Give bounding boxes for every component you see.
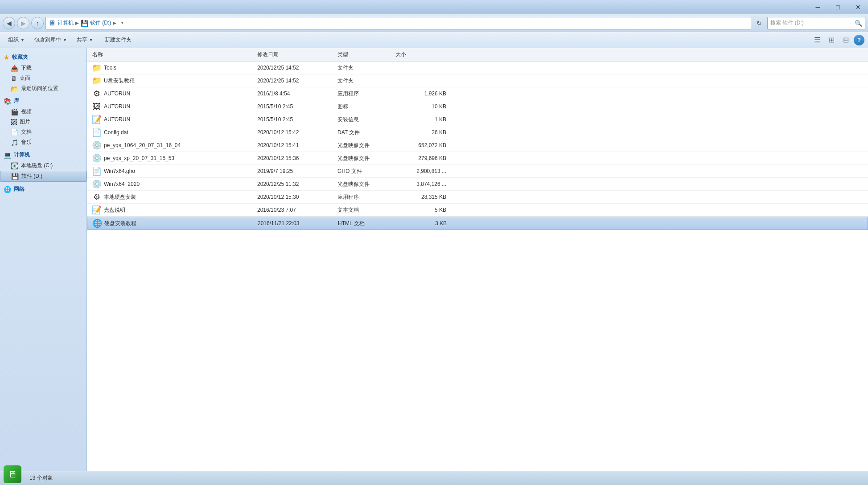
table-row[interactable]: 💿 pe_yqs_xp_20_07_31_15_53 2020/10/12 15… [87,152,868,165]
file-list: 📁 Tools 2020/12/25 14:52 文件夹 📁 U盘安装教程 20… [87,62,868,230]
toolbar-right: ☰ ⊞ ⊟ ? [811,34,864,46]
downloads-icon: 📥 [11,65,18,72]
share-button[interactable]: 共享 ▼ [72,34,98,46]
sidebar-favorites-header[interactable]: ★ 收藏夹 [0,52,86,63]
organize-label: 组织 [8,36,19,44]
file-type-cell: 安装信息 [334,114,392,125]
file-type: 光盘映像文件 [337,155,370,162]
file-name-cell: 📝 光盘说明 [89,204,254,216]
file-size: 3 KB [435,220,447,226]
layout-button[interactable]: ⊞ [825,34,838,46]
back-button[interactable]: ◀ [3,17,15,29]
sidebar-computer-header[interactable]: 💻 计算机 [0,149,86,160]
file-modified: 2016/1/8 4:54 [257,90,290,97]
file-size-cell: 3,874,126 ... [392,179,450,189]
sidebar-item-desktop[interactable]: 🖥 桌面 [0,73,86,83]
table-row[interactable]: 💿 Win7x64_2020 2020/12/25 11:32 光盘映像文件 3… [87,178,868,191]
file-modified: 2020/10/12 15:41 [257,142,299,148]
col-name[interactable]: 名称 [89,48,254,61]
breadcrumb-sep-2: ▶ [113,21,116,25]
breadcrumb-dropdown[interactable]: ▼ [118,19,126,27]
table-row[interactable]: ⚙ AUTORUN 2016/1/8 4:54 应用程序 1,926 KB [87,87,868,100]
breadcrumb-software-d[interactable]: 软件 (D:) [90,19,111,27]
software-drive-icon: 💾 [81,20,88,27]
file-type-icon: 📝 [92,115,101,124]
file-modified-cell: 2020/12/25 11:32 [254,179,334,189]
include-dropdown-icon: ▼ [63,38,67,42]
recent-icon: 📂 [11,85,18,92]
layout-extra-button[interactable]: ⊟ [839,34,852,46]
sidebar-item-software-d[interactable]: 💾 软件 (D:) [0,171,86,182]
file-size: 28,315 KB [421,194,446,200]
file-type: DAT 文件 [337,129,360,136]
sidebar-item-pictures[interactable]: 🖼 图片 [0,117,86,127]
share-dropdown-icon: ▼ [89,38,93,42]
file-type-icon: ⚙ [92,193,101,201]
sidebar-library-header[interactable]: 📚 库 [0,95,86,107]
file-type-cell: 应用程序 [334,192,392,203]
file-modified-cell: 2016/1/8 4:54 [254,89,334,99]
table-row[interactable]: 📁 Tools 2020/12/25 14:52 文件夹 [87,62,868,74]
table-row[interactable]: 📄 Win7x64.gho 2019/9/7 19:25 GHO 文件 2,90… [87,165,868,178]
search-placeholder: 搜索 软件 (D:) [770,19,855,27]
sidebar: ★ 收藏夹 📥 下载 🖥 桌面 📂 最近访问的位置 📚 库 [0,48,87,471]
help-button[interactable]: ? [854,35,864,45]
sidebar-section-network: 🌐 网络 [0,184,86,195]
organize-button[interactable]: 组织 ▼ [4,34,29,46]
file-name: AUTORUN [104,116,130,123]
maximize-button[interactable]: □ [828,0,848,14]
file-name-cell: ⚙ AUTORUN [89,87,254,100]
sidebar-network-header[interactable]: 🌐 网络 [0,184,86,195]
sidebar-item-recent[interactable]: 📂 最近访问的位置 [0,83,86,94]
sidebar-item-downloads[interactable]: 📥 下载 [0,63,86,73]
sidebar-item-video[interactable]: 🎬 视频 [0,107,86,117]
pictures-label: 图片 [20,118,30,126]
table-row[interactable]: 📝 AUTORUN 2015/5/10 2:45 安装信息 1 KB [87,113,868,126]
favorites-label: 收藏夹 [12,53,28,61]
up-button[interactable]: ↑ [31,17,44,29]
table-row[interactable]: 📁 U盘安装教程 2020/12/25 14:52 文件夹 [87,74,868,87]
minimize-button[interactable]: ─ [808,0,828,14]
file-size: 10 KB [432,103,446,110]
search-icon[interactable]: 🔍 [855,20,862,27]
col-type[interactable]: 类型 [334,48,392,61]
recent-label: 最近访问的位置 [21,85,58,92]
table-row[interactable]: 🖼 AUTORUN 2015/5/10 2:45 图标 10 KB [87,100,868,113]
file-type-icon: 📁 [92,76,101,85]
local-c-label: 本地磁盘 (C:) [21,162,53,169]
col-size[interactable]: 大小 [392,48,450,61]
file-name: pe_yqs_xp_20_07_31_15_53 [104,155,174,161]
file-size-cell: 28,315 KB [392,192,450,202]
table-row[interactable]: 📝 光盘说明 2016/10/23 7:07 文本文档 5 KB [87,204,868,217]
software-d-label: 软件 (D:) [21,173,42,180]
status-count: 13 个对象 [29,474,53,482]
file-size-cell [392,79,450,82]
table-row[interactable]: ⚙ 本地硬盘安装 2020/10/12 15:30 应用程序 28,315 KB [87,191,868,204]
file-name: Win7x64.gho [104,168,135,174]
sidebar-item-local-c[interactable]: 💽 本地磁盘 (C:) [0,160,86,171]
table-row[interactable]: 📄 Config.dat 2020/10/12 15:42 DAT 文件 36 … [87,126,868,139]
file-size-cell: 652,072 KB [392,140,450,150]
file-type-icon: 🌐 [93,219,102,228]
file-name-cell: ⚙ 本地硬盘安装 [89,191,254,203]
table-row[interactable]: 💿 pe_yqs_1064_20_07_31_16_04 2020/10/12 … [87,139,868,152]
file-name-cell: 💿 Win7x64_2020 [89,178,254,190]
file-type-cell: 应用程序 [334,88,392,99]
new-folder-button[interactable]: 新建文件夹 [100,34,136,46]
search-bar[interactable]: 搜索 软件 (D:) 🔍 [767,17,865,29]
file-modified-cell: 2020/10/12 15:36 [254,153,334,163]
file-type-icon: 📁 [92,63,101,72]
sidebar-item-music[interactable]: 🎵 音乐 [0,137,86,148]
desktop-label: 桌面 [20,74,30,82]
file-modified: 2020/10/12 15:30 [257,194,299,200]
close-button[interactable]: ✕ [848,0,868,14]
refresh-button[interactable]: ↻ [753,17,765,29]
file-modified: 2020/10/12 15:42 [257,129,299,136]
view-toggle-button[interactable]: ☰ [811,34,823,46]
forward-button[interactable]: ▶ [17,17,29,29]
table-row[interactable]: 🌐 硬盘安装教程 2016/11/21 22:03 HTML 文档 3 KB [87,217,868,230]
include-library-button[interactable]: 包含到库中 ▼ [30,34,71,46]
sidebar-item-docs[interactable]: 📄 文档 [0,127,86,137]
col-modified[interactable]: 修改日期 [254,48,334,61]
breadcrumb-computer[interactable]: 计算机 [58,19,74,27]
